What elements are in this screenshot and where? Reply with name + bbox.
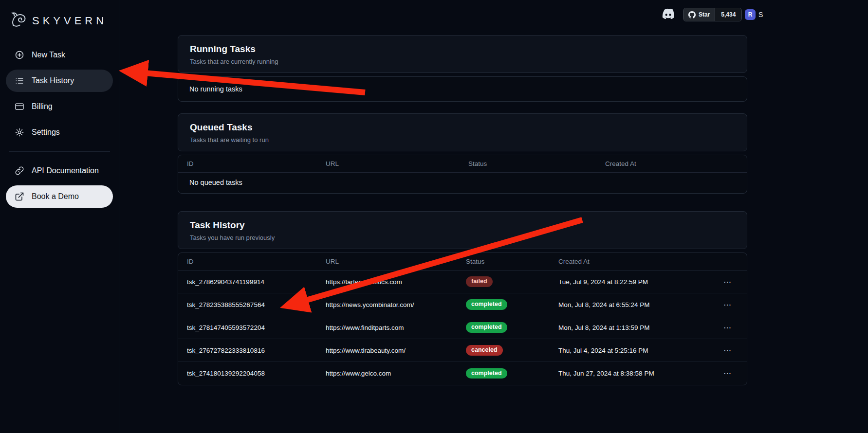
status-badge: completed [466,299,507,310]
running-tasks-header: Running Tasks Tasks that are currently r… [178,35,747,73]
column-header-url: URL [326,160,468,167]
task-created-at: Thu, Jun 27, 2024 at 8:38:58 PM [558,370,700,377]
status-badge: completed [466,322,507,333]
section-subtitle: Tasks that are currently running [190,58,735,65]
column-header-status: Status [466,258,558,265]
task-created-at: Tue, Jul 9, 2024 at 8:22:59 PM [558,278,700,286]
running-tasks-section: Running Tasks Tasks that are currently r… [178,35,747,102]
task-created-at: Thu, Jul 4, 2024 at 5:25:16 PM [558,347,700,354]
queued-tasks-header: Queued Tasks Tasks that are waiting to r… [178,113,747,151]
sidebar-item-task-history[interactable]: Task History [6,70,113,92]
empty-message: No running tasks [178,77,747,101]
github-star-count: 5,434 [715,8,741,21]
history-table-header: ID URL Status Created At [178,253,747,271]
row-actions-button[interactable]: ⋯ [700,323,738,332]
link-icon [15,166,24,176]
status-badge: failed [466,276,493,287]
list-icon [15,76,24,86]
column-header-status: Status [468,160,605,167]
task-created-at: Mon, Jul 8, 2024 at 1:13:59 PM [558,324,700,331]
sidebar-item-billing[interactable]: Billing [6,95,113,118]
logo-text: SKYVERN [32,15,107,27]
section-subtitle: Tasks that are waiting to run [190,136,735,144]
gear-icon [15,127,24,137]
github-star-label: Star [699,11,710,18]
task-url: https://www.finditparts.com [326,324,466,331]
external-link-icon [15,192,24,201]
plus-circle-icon [15,50,24,60]
sidebar-item-label: Settings [32,128,60,137]
row-actions-button[interactable]: ⋯ [700,277,738,287]
sidebar-item-api-documentation[interactable]: API Documentation [6,160,113,182]
sidebar-item-label: New Task [32,51,65,59]
task-url: https://www.geico.com [326,370,466,377]
task-id: tsk_278147405593572204 [187,324,326,331]
status-badge: completed [466,368,507,379]
task-url: https://www.tirabeauty.com/ [326,347,466,354]
task-history-section: Task History Tasks you have run previous… [178,211,747,385]
sidebar-item-label: Task History [32,76,74,85]
sidebar-item-label: API Documentation [32,166,99,175]
sidebar-item-book-a-demo[interactable]: Book a Demo [6,185,113,208]
column-header-url: URL [326,258,466,265]
running-tasks-body: No running tasks [178,76,747,102]
sidebar-divider [9,151,110,152]
github-icon [688,11,696,18]
sidebar-item-label: Book a Demo [32,192,79,201]
column-header-created-at: Created At [558,258,700,265]
task-history-rows: tsk_278629043741199914 https://tartecosm… [178,271,747,385]
user-name: S [758,11,763,18]
row-actions-button[interactable]: ⋯ [700,300,738,309]
section-title: Task History [190,220,735,231]
skyvern-logo[interactable]: SKYVERN [6,9,113,44]
sidebar-item-new-task[interactable]: New Task [6,44,113,66]
sidebar-item-settings[interactable]: Settings [6,121,113,144]
github-star-button[interactable]: Star 5,434 [683,8,742,21]
task-row[interactable]: tsk_274180139292204058 https://www.geico… [178,362,747,385]
section-title: Queued Tasks [190,122,735,133]
main-content: Running Tasks Tasks that are currently r… [178,35,747,397]
row-actions-button[interactable]: ⋯ [700,346,738,355]
task-id: tsk_276727822333810816 [187,347,326,354]
task-id: tsk_274180139292204058 [187,370,326,377]
task-history-table: ID URL Status Created At tsk_27862904374… [178,253,747,385]
task-url: https://tartecosmetics.com [326,278,466,286]
credit-card-icon [15,102,24,111]
queued-tasks-section: Queued Tasks Tasks that are waiting to r… [178,113,747,194]
queued-tasks-table: ID URL Status Created At No queued tasks [178,155,747,194]
task-row[interactable]: tsk_278235388555267564 https://news.ycom… [178,293,747,316]
avatar[interactable]: R [745,9,756,20]
task-row[interactable]: tsk_276727822333810816 https://www.tirab… [178,339,747,362]
column-header-created-at: Created At [605,160,738,167]
empty-message: No queued tasks [178,173,747,193]
sidebar-item-label: Billing [32,102,53,111]
row-actions-button[interactable]: ⋯ [700,369,738,378]
section-title: Running Tasks [190,44,735,54]
task-url: https://news.ycombinator.com/ [326,301,466,308]
task-history-header: Task History Tasks you have run previous… [178,211,747,249]
task-row[interactable]: tsk_278629043741199914 https://tartecosm… [178,271,747,293]
status-badge: canceled [466,345,503,356]
discord-icon[interactable] [661,8,675,22]
queued-table-header: ID URL Status Created At [178,155,747,173]
topbar: Star 5,434 R S [119,7,868,24]
skyvern-dragon-icon [10,11,28,31]
sidebar: SKYVERN New Task Task History Billing [0,0,119,433]
task-id: tsk_278629043741199914 [187,278,326,286]
section-subtitle: Tasks you have run previously [190,234,735,241]
task-row[interactable]: tsk_278147405593572204 https://www.findi… [178,316,747,339]
column-header-id: ID [187,160,326,167]
column-header-id: ID [187,258,326,265]
task-id: tsk_278235388555267564 [187,301,326,308]
task-created-at: Mon, Jul 8, 2024 at 6:55:24 PM [558,301,700,308]
